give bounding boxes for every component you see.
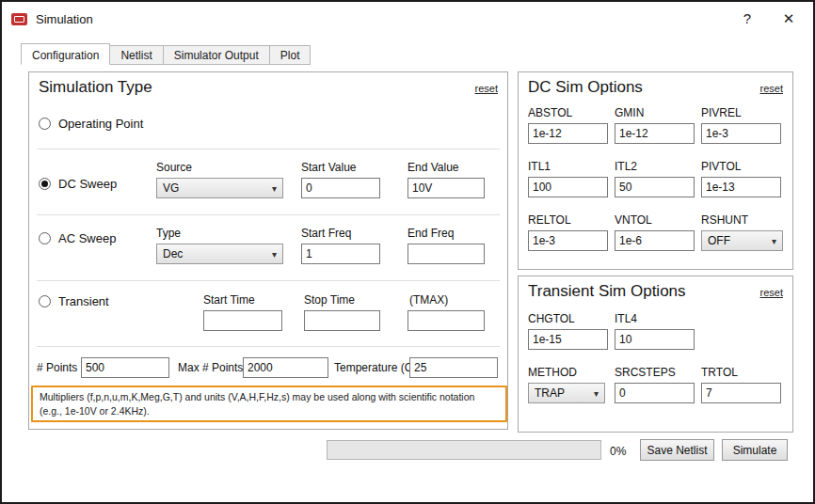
ac-sweep-radio[interactable] — [39, 232, 51, 244]
start-freq-input[interactable] — [301, 244, 380, 264]
stop-time-input[interactable] — [304, 310, 380, 331]
end-freq-label: End Freq — [408, 227, 454, 240]
tab-plot[interactable]: Plot — [269, 45, 312, 65]
gmin-input[interactable] — [615, 123, 695, 144]
max-points-label: Max # Points — [178, 361, 243, 374]
option-cell: PIVTOL — [701, 160, 791, 197]
tmax-label: (TMAX) — [409, 293, 448, 307]
dc-sweep-row: DC Sweep — [39, 176, 117, 191]
dc-end-value-input[interactable] — [408, 178, 485, 198]
option-cell: TRTOL — [701, 366, 791, 403]
titlebar: Simulation ? ✕ — [2, 2, 813, 36]
points-input[interactable] — [81, 357, 169, 378]
chevron-down-icon: ▾ — [594, 388, 599, 399]
itl1-input[interactable] — [528, 177, 608, 197]
tmax-input[interactable] — [408, 310, 485, 331]
simulation-type-group: Simulation Type reset Operating Point DC… — [28, 71, 508, 430]
method-label: METHOD — [528, 366, 615, 379]
abstol-input[interactable] — [528, 123, 608, 144]
method-dropdown-value: TRAP — [535, 386, 565, 400]
vntol-input[interactable] — [615, 230, 695, 251]
srcsteps-input[interactable] — [615, 383, 695, 403]
tab-bar: Configuration Netlist Simulator Output P… — [21, 43, 311, 65]
dc-sim-options-reset-link[interactable]: reset — [760, 83, 783, 94]
ac-type-dropdown-value: Dec — [163, 247, 183, 260]
option-cell: ITL1 — [528, 160, 615, 197]
multipliers-note: Multipliers (f,p,n,u,m,K,Meg,G,T) and un… — [31, 386, 507, 422]
tab-configuration[interactable]: Configuration — [21, 43, 110, 65]
progress-percent: 0% — [610, 445, 626, 458]
operating-point-radio[interactable] — [39, 118, 51, 130]
dc-start-value-label: Start Value — [301, 161, 356, 174]
simulation-type-reset-link[interactable]: reset — [475, 83, 498, 94]
itl4-input[interactable] — [615, 329, 695, 350]
close-button[interactable]: ✕ — [768, 2, 809, 36]
save-netlist-button[interactable]: Save Netlist — [640, 439, 714, 461]
help-button[interactable]: ? — [727, 2, 768, 36]
window-title: Simulation — [36, 12, 93, 26]
max-points-input[interactable] — [243, 357, 328, 378]
srcsteps-label: SRCSTEPS — [615, 366, 701, 379]
transient-sim-options-reset-link[interactable]: reset — [760, 287, 783, 298]
dc-options-grid: ABSTOL GMIN PIVREL ITL1 ITL2 PIVTOL — [528, 106, 791, 251]
chgtol-input[interactable] — [528, 329, 608, 350]
option-cell: GMIN — [615, 106, 701, 144]
pivtol-input[interactable] — [701, 177, 781, 197]
dc-sweep-label: DC Sweep — [58, 177, 117, 191]
ac-type-label: Type — [156, 227, 181, 240]
trtol-label: TRTOL — [701, 366, 791, 379]
start-time-input[interactable] — [203, 310, 282, 331]
dc-sim-options-title: DC Sim Options — [528, 78, 643, 97]
transient-radio[interactable] — [39, 295, 51, 307]
option-cell: CHGTOL — [528, 312, 615, 350]
source-label: Source — [156, 161, 192, 174]
reltol-input[interactable] — [528, 230, 608, 251]
option-cell: SRCSTEPS — [615, 366, 701, 403]
itl1-label: ITL1 — [528, 160, 615, 173]
rshunt-label: RSHUNT — [701, 213, 791, 227]
rshunt-dropdown-value: OFF — [708, 234, 730, 247]
divider — [37, 149, 500, 150]
itl4-label: ITL4 — [615, 312, 701, 325]
method-dropdown[interactable]: TRAP ▾ — [528, 383, 605, 403]
option-cell: ITL4 — [615, 312, 701, 350]
option-cell: METHOD TRAP ▾ — [528, 366, 615, 403]
dc-end-value-label: End Value — [408, 161, 459, 174]
abstol-label: ABSTOL — [528, 106, 615, 119]
option-cell: ITL2 — [615, 160, 701, 197]
tab-netlist[interactable]: Netlist — [109, 45, 163, 65]
reltol-label: RELTOL — [528, 213, 615, 227]
start-freq-label: Start Freq — [301, 227, 351, 240]
ac-type-dropdown[interactable]: Dec ▾ — [156, 244, 283, 264]
temperature-input[interactable] — [409, 357, 498, 378]
option-cell: RELTOL — [528, 213, 615, 251]
option-cell: VNTOL — [615, 213, 701, 251]
chgtol-label: CHGTOL — [528, 312, 615, 325]
transient-sim-options-group: Transient Sim Options reset CHGTOL ITL4 … — [518, 276, 793, 433]
dc-sim-options-group: DC Sim Options reset ABSTOL GMIN PIVREL … — [518, 71, 793, 270]
source-dropdown[interactable]: VG ▾ — [156, 178, 283, 198]
dc-start-value-input[interactable] — [301, 178, 380, 198]
chevron-down-icon: ▾ — [272, 249, 277, 260]
divider — [37, 346, 500, 347]
rshunt-dropdown[interactable]: OFF ▾ — [701, 230, 783, 251]
simulate-button[interactable]: Simulate — [722, 439, 788, 461]
option-cell: ABSTOL — [528, 106, 615, 144]
simulation-type-title: Simulation Type — [39, 78, 152, 97]
option-cell-empty — [701, 312, 791, 350]
transient-options-grid: CHGTOL ITL4 METHOD TRAP ▾ SRCSTEPS TRTOL — [528, 312, 791, 403]
temperature-label: Temperature (C) — [334, 361, 416, 374]
operating-point-row: Operating Point — [39, 116, 143, 131]
trtol-input[interactable] — [701, 383, 781, 403]
itl2-label: ITL2 — [615, 160, 701, 173]
tab-simulator-output[interactable]: Simulator Output — [163, 45, 270, 65]
pivrel-input[interactable] — [701, 123, 781, 144]
gmin-label: GMIN — [615, 106, 701, 119]
operating-point-label: Operating Point — [58, 117, 143, 131]
end-freq-input[interactable] — [408, 244, 485, 264]
itl2-input[interactable] — [615, 177, 695, 197]
app-icon — [11, 13, 27, 25]
dc-sweep-radio[interactable] — [39, 178, 51, 190]
ac-sweep-row: AC Sweep — [39, 230, 116, 245]
divider — [37, 280, 500, 281]
